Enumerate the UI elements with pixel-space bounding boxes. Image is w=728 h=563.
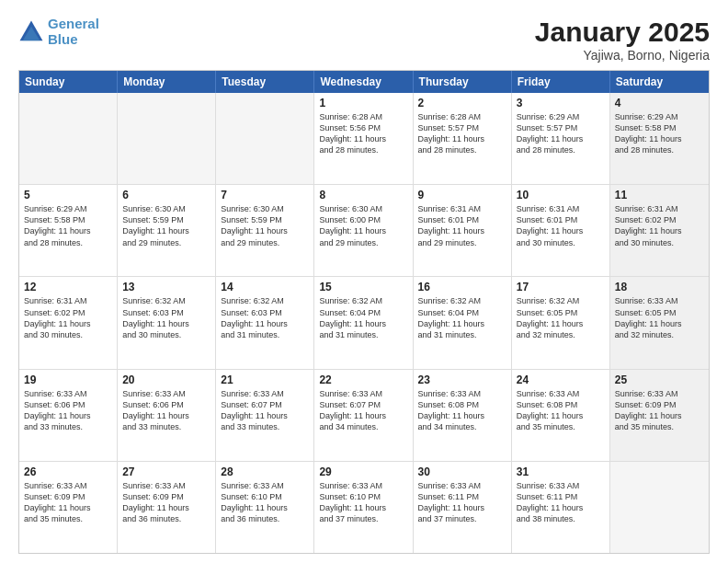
calendar-header-cell: Friday: [512, 71, 610, 93]
day-info: Sunrise: 6:29 AM Sunset: 5:57 PM Dayligh…: [517, 111, 605, 156]
calendar-day-cell: [118, 93, 216, 184]
day-number: 22: [319, 373, 407, 386]
day-info: Sunrise: 6:32 AM Sunset: 6:03 PM Dayligh…: [221, 295, 309, 340]
logo-line1: General: [48, 16, 99, 31]
logo: General Blue: [18, 17, 99, 47]
day-number: 21: [221, 373, 309, 386]
day-number: 6: [122, 189, 210, 201]
logo-line2: Blue: [48, 31, 78, 47]
calendar-day-cell: 28Sunrise: 6:33 AM Sunset: 6:10 PM Dayli…: [216, 462, 314, 553]
day-info: Sunrise: 6:31 AM Sunset: 6:01 PM Dayligh…: [517, 203, 605, 248]
calendar-day-cell: 8Sunrise: 6:30 AM Sunset: 6:00 PM Daylig…: [314, 185, 413, 276]
day-number: 9: [418, 189, 506, 201]
title-block: January 2025 Yajiwa, Borno, Nigeria: [535, 17, 710, 63]
day-info: Sunrise: 6:33 AM Sunset: 6:11 PM Dayligh…: [517, 480, 605, 525]
day-number: 14: [221, 281, 309, 293]
day-info: Sunrise: 6:32 AM Sunset: 6:05 PM Dayligh…: [517, 295, 605, 340]
day-number: 20: [122, 373, 210, 386]
day-info: Sunrise: 6:31 AM Sunset: 6:02 PM Dayligh…: [24, 295, 112, 340]
calendar-day-cell: 11Sunrise: 6:31 AM Sunset: 6:02 PM Dayli…: [610, 185, 709, 276]
calendar-header-cell: Tuesday: [216, 71, 314, 93]
calendar-body: 1Sunrise: 6:28 AM Sunset: 5:56 PM Daylig…: [19, 93, 709, 553]
day-number: 11: [615, 189, 704, 201]
calendar-day-cell: 6Sunrise: 6:30 AM Sunset: 5:59 PM Daylig…: [118, 185, 216, 276]
calendar-header-cell: Monday: [118, 71, 216, 93]
calendar-day-cell: 25Sunrise: 6:33 AM Sunset: 6:09 PM Dayli…: [610, 370, 709, 461]
calendar-day-cell: 18Sunrise: 6:33 AM Sunset: 6:05 PM Dayli…: [610, 277, 709, 368]
day-number: 7: [221, 189, 309, 201]
day-info: Sunrise: 6:30 AM Sunset: 6:00 PM Dayligh…: [319, 203, 407, 248]
header: General Blue January 2025 Yajiwa, Borno,…: [18, 17, 710, 63]
calendar-day-cell: 3Sunrise: 6:29 AM Sunset: 5:57 PM Daylig…: [512, 93, 610, 184]
calendar-day-cell: 23Sunrise: 6:33 AM Sunset: 6:08 PM Dayli…: [414, 370, 512, 461]
day-number: 15: [319, 281, 407, 293]
day-info: Sunrise: 6:33 AM Sunset: 6:08 PM Dayligh…: [418, 388, 506, 433]
page: General Blue January 2025 Yajiwa, Borno,…: [0, 0, 728, 563]
calendar-day-cell: 4Sunrise: 6:29 AM Sunset: 5:58 PM Daylig…: [610, 93, 709, 184]
day-number: 3: [517, 97, 605, 109]
day-number: 16: [418, 281, 506, 293]
calendar-day-cell: 14Sunrise: 6:32 AM Sunset: 6:03 PM Dayli…: [216, 277, 314, 368]
calendar-day-cell: 27Sunrise: 6:33 AM Sunset: 6:09 PM Dayli…: [118, 462, 216, 553]
calendar-day-cell: 21Sunrise: 6:33 AM Sunset: 6:07 PM Dayli…: [216, 370, 314, 461]
day-info: Sunrise: 6:33 AM Sunset: 6:11 PM Dayligh…: [418, 480, 506, 525]
calendar-day-cell: [610, 462, 709, 553]
day-number: 17: [517, 281, 605, 293]
calendar-day-cell: 17Sunrise: 6:32 AM Sunset: 6:05 PM Dayli…: [512, 277, 610, 368]
calendar-day-cell: 10Sunrise: 6:31 AM Sunset: 6:01 PM Dayli…: [512, 185, 610, 276]
day-info: Sunrise: 6:33 AM Sunset: 6:05 PM Dayligh…: [615, 295, 704, 340]
day-number: 18: [615, 281, 704, 293]
calendar-week-row: 5Sunrise: 6:29 AM Sunset: 5:58 PM Daylig…: [19, 185, 709, 277]
day-info: Sunrise: 6:33 AM Sunset: 6:10 PM Dayligh…: [221, 480, 309, 525]
calendar-day-cell: 19Sunrise: 6:33 AM Sunset: 6:06 PM Dayli…: [19, 370, 118, 461]
calendar-day-cell: 5Sunrise: 6:29 AM Sunset: 5:58 PM Daylig…: [19, 185, 118, 276]
calendar-header-cell: Saturday: [610, 71, 709, 93]
logo-icon: [18, 19, 44, 45]
day-number: 12: [24, 281, 112, 293]
day-number: 30: [418, 465, 506, 478]
calendar-day-cell: 2Sunrise: 6:28 AM Sunset: 5:57 PM Daylig…: [414, 93, 512, 184]
day-info: Sunrise: 6:32 AM Sunset: 6:04 PM Dayligh…: [319, 295, 407, 340]
day-info: Sunrise: 6:31 AM Sunset: 6:02 PM Dayligh…: [615, 203, 704, 248]
day-info: Sunrise: 6:33 AM Sunset: 6:09 PM Dayligh…: [24, 480, 112, 525]
day-info: Sunrise: 6:33 AM Sunset: 6:07 PM Dayligh…: [221, 388, 309, 433]
day-info: Sunrise: 6:33 AM Sunset: 6:09 PM Dayligh…: [122, 480, 210, 525]
day-info: Sunrise: 6:32 AM Sunset: 6:04 PM Dayligh…: [418, 295, 506, 340]
calendar-day-cell: 7Sunrise: 6:30 AM Sunset: 5:59 PM Daylig…: [216, 185, 314, 276]
day-info: Sunrise: 6:30 AM Sunset: 5:59 PM Dayligh…: [221, 203, 309, 248]
day-info: Sunrise: 6:30 AM Sunset: 5:59 PM Dayligh…: [122, 203, 210, 248]
day-number: 23: [418, 373, 506, 386]
calendar-header-cell: Sunday: [19, 71, 118, 93]
day-info: Sunrise: 6:33 AM Sunset: 6:10 PM Dayligh…: [319, 480, 407, 525]
logo-text: General Blue: [48, 17, 99, 47]
day-number: 13: [122, 281, 210, 293]
day-info: Sunrise: 6:33 AM Sunset: 6:06 PM Dayligh…: [24, 388, 112, 433]
calendar-week-row: 26Sunrise: 6:33 AM Sunset: 6:09 PM Dayli…: [19, 462, 709, 553]
calendar-header-cell: Wednesday: [314, 71, 413, 93]
calendar-header-cell: Thursday: [414, 71, 512, 93]
calendar-day-cell: 1Sunrise: 6:28 AM Sunset: 5:56 PM Daylig…: [314, 93, 413, 184]
calendar-week-row: 1Sunrise: 6:28 AM Sunset: 5:56 PM Daylig…: [19, 93, 709, 185]
day-info: Sunrise: 6:28 AM Sunset: 5:57 PM Dayligh…: [418, 111, 506, 156]
calendar-day-cell: 24Sunrise: 6:33 AM Sunset: 6:08 PM Dayli…: [512, 370, 610, 461]
calendar-day-cell: 12Sunrise: 6:31 AM Sunset: 6:02 PM Dayli…: [19, 277, 118, 368]
day-info: Sunrise: 6:33 AM Sunset: 6:06 PM Dayligh…: [122, 388, 210, 433]
calendar-day-cell: 15Sunrise: 6:32 AM Sunset: 6:04 PM Dayli…: [314, 277, 413, 368]
calendar-header: SundayMondayTuesdayWednesdayThursdayFrid…: [19, 71, 709, 93]
day-info: Sunrise: 6:31 AM Sunset: 6:01 PM Dayligh…: [418, 203, 506, 248]
calendar-day-cell: [19, 93, 118, 184]
day-info: Sunrise: 6:29 AM Sunset: 5:58 PM Dayligh…: [24, 203, 112, 248]
main-title: January 2025: [535, 17, 710, 48]
calendar: SundayMondayTuesdayWednesdayThursdayFrid…: [18, 70, 710, 554]
day-info: Sunrise: 6:33 AM Sunset: 6:09 PM Dayligh…: [615, 388, 704, 433]
day-number: 5: [24, 189, 112, 201]
day-number: 4: [615, 97, 704, 109]
calendar-day-cell: 29Sunrise: 6:33 AM Sunset: 6:10 PM Dayli…: [314, 462, 413, 553]
day-number: 19: [24, 373, 112, 386]
calendar-day-cell: 9Sunrise: 6:31 AM Sunset: 6:01 PM Daylig…: [414, 185, 512, 276]
day-info: Sunrise: 6:33 AM Sunset: 6:08 PM Dayligh…: [517, 388, 605, 433]
day-info: Sunrise: 6:28 AM Sunset: 5:56 PM Dayligh…: [319, 111, 407, 156]
calendar-day-cell: 31Sunrise: 6:33 AM Sunset: 6:11 PM Dayli…: [512, 462, 610, 553]
day-number: 8: [319, 189, 407, 201]
day-number: 29: [319, 465, 407, 478]
